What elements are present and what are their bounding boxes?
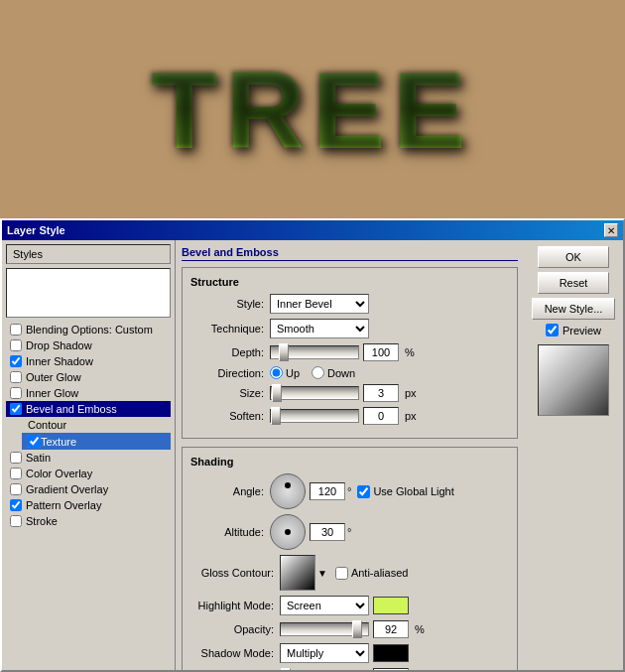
angle-row: Angle: 120 ° Use Global Light: [190, 473, 509, 509]
contour-label: Contour: [28, 419, 66, 431]
sub-items: Contour Texture: [6, 417, 171, 450]
shadow-mode-select[interactable]: Multiply: [280, 643, 369, 663]
use-global-light-checkbox[interactable]: [357, 485, 370, 498]
shadow-opacity-input[interactable]: 0: [373, 668, 409, 670]
size-input[interactable]: 3: [363, 384, 399, 402]
altitude-unit: °: [347, 526, 351, 538]
contour-subitem[interactable]: Contour: [22, 417, 171, 433]
preview-checkbox[interactable]: [546, 324, 559, 336]
altitude-indicator: [285, 529, 291, 535]
gradient-overlay-option[interactable]: Gradient Overlay: [6, 481, 171, 497]
technique-label: Technique:: [190, 323, 270, 335]
technique-select[interactable]: Smooth: [270, 319, 369, 338]
direction-down-label[interactable]: Down: [312, 366, 355, 379]
texture-subitem[interactable]: Texture: [22, 433, 171, 450]
blending-options[interactable]: Blending Options: Custom: [6, 322, 171, 337]
stroke-checkbox[interactable]: [10, 515, 22, 527]
bevel-emboss-label: Bevel and Emboss: [26, 403, 117, 415]
dialog-titlebar: Layer Style ✕: [2, 220, 623, 240]
styles-list[interactable]: [6, 268, 171, 318]
direction-up-label[interactable]: Up: [270, 366, 300, 379]
angle-label: Angle:: [190, 485, 270, 497]
shadow-mode-row: Shadow Mode: Multiply: [190, 643, 509, 663]
dialog-title: Layer Style: [7, 224, 65, 236]
size-slider[interactable]: [270, 386, 359, 400]
preview-box: [538, 344, 609, 416]
styles-header[interactable]: Styles: [6, 244, 171, 264]
satin-checkbox[interactable]: [10, 452, 22, 464]
shadow-color-swatch[interactable]: [373, 644, 409, 662]
drop-shadow-option[interactable]: Drop Shadow: [6, 337, 171, 353]
direction-down-radio[interactable]: [312, 366, 324, 379]
structure-section: Structure Style: Inner Bevel Technique: …: [182, 267, 518, 439]
gradient-overlay-label: Gradient Overlay: [26, 483, 108, 495]
direction-up-radio[interactable]: [270, 366, 283, 379]
style-row: Style: Inner Bevel: [190, 294, 509, 314]
bevel-emboss-option[interactable]: Bevel and Emboss: [6, 401, 171, 417]
angle-unit: °: [347, 485, 351, 497]
pattern-overlay-checkbox[interactable]: [10, 499, 22, 511]
altitude-input[interactable]: 30: [310, 523, 345, 541]
style-label: Style:: [190, 298, 270, 310]
anti-aliased-checkbox[interactable]: [335, 567, 348, 580]
soften-unit: px: [405, 410, 417, 422]
angle-dial[interactable]: [270, 473, 306, 509]
altitude-label: Altitude:: [190, 526, 270, 538]
inner-glow-option[interactable]: Inner Glow: [6, 385, 171, 401]
soften-input[interactable]: 0: [363, 407, 399, 425]
highlight-opacity-unit: %: [415, 623, 425, 635]
dial-indicator: [285, 482, 291, 488]
direction-label: Direction:: [190, 367, 270, 379]
inner-glow-checkbox[interactable]: [10, 387, 22, 399]
inner-shadow-option[interactable]: Inner Shadow: [6, 353, 171, 369]
gloss-contour-preview[interactable]: [280, 555, 315, 591]
altitude-dial[interactable]: [270, 514, 306, 550]
reset-button[interactable]: Reset: [538, 272, 609, 294]
inner-glow-label: Inner Glow: [26, 387, 78, 399]
highlight-color-swatch[interactable]: [373, 597, 409, 614]
right-panel: OK Reset New Style... Preview: [524, 240, 623, 670]
size-label: Size:: [190, 387, 270, 399]
anti-aliased-label[interactable]: Anti-aliased: [335, 567, 408, 580]
angle-input[interactable]: 120: [310, 482, 345, 500]
blending-checkbox[interactable]: [10, 324, 22, 336]
depth-input[interactable]: 100: [363, 343, 399, 361]
blending-label: Blending Options: Custom: [26, 324, 153, 336]
shadow-opacity-container: 0 %: [280, 668, 425, 670]
color-overlay-option[interactable]: Color Overlay: [6, 466, 171, 481]
preview-label: Preview: [562, 325, 601, 336]
satin-label: Satin: [26, 452, 51, 464]
use-global-light-label[interactable]: Use Global Light: [357, 485, 453, 498]
outer-glow-checkbox[interactable]: [10, 371, 22, 383]
soften-label: Soften:: [190, 410, 270, 422]
outer-glow-option[interactable]: Outer Glow: [6, 369, 171, 385]
gradient-overlay-checkbox[interactable]: [10, 483, 22, 495]
technique-row: Technique: Smooth: [190, 319, 509, 338]
highlight-opacity-slider[interactable]: [280, 622, 369, 636]
texture-checkbox[interactable]: [28, 435, 41, 448]
style-select[interactable]: Inner Bevel: [270, 294, 369, 314]
contour-dropdown-arrow[interactable]: ▼: [317, 568, 327, 579]
inner-shadow-checkbox[interactable]: [10, 355, 22, 367]
color-overlay-checkbox[interactable]: [10, 468, 22, 479]
size-slider-container: 3 px: [270, 384, 417, 402]
use-global-light-text: Use Global Light: [373, 485, 453, 497]
highlight-opacity-input[interactable]: 92: [373, 620, 409, 638]
highlight-mode-row: Highlight Mode: Screen: [190, 596, 509, 615]
new-style-button[interactable]: New Style...: [532, 298, 615, 320]
close-button[interactable]: ✕: [604, 223, 618, 237]
stroke-option[interactable]: Stroke: [6, 513, 171, 529]
ok-button[interactable]: OK: [538, 246, 609, 268]
depth-slider-container: 100 %: [270, 343, 415, 361]
drop-shadow-checkbox[interactable]: [10, 339, 22, 351]
shadow-mode-label: Shadow Mode:: [190, 647, 280, 659]
bevel-emboss-checkbox[interactable]: [10, 403, 22, 415]
satin-option[interactable]: Satin: [6, 450, 171, 466]
highlight-mode-label: Highlight Mode:: [190, 600, 280, 611]
soften-slider-container: 0 px: [270, 407, 417, 425]
pattern-overlay-option[interactable]: Pattern Overlay: [6, 497, 171, 513]
soften-slider[interactable]: [270, 409, 359, 423]
depth-slider[interactable]: [270, 345, 359, 359]
highlight-mode-select[interactable]: Screen: [280, 596, 369, 615]
tree-text: TREE: [151, 47, 473, 173]
